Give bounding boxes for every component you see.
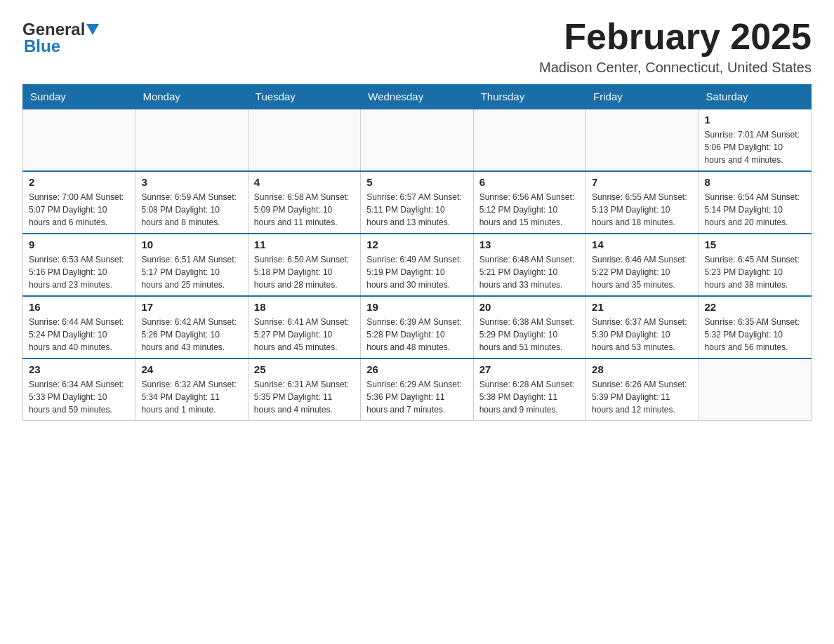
day-info: Sunrise: 6:42 AM Sunset: 5:26 PM Dayligh… (141, 316, 241, 354)
day-cell: 19Sunrise: 6:39 AM Sunset: 5:28 PM Dayli… (361, 296, 473, 358)
day-number: 13 (479, 239, 580, 250)
logo: General Blue (22, 17, 99, 56)
day-number: 26 (366, 363, 467, 375)
day-number: 25 (254, 363, 355, 375)
day-info: Sunrise: 6:28 AM Sunset: 5:38 PM Dayligh… (479, 378, 580, 416)
day-info: Sunrise: 6:35 AM Sunset: 5:32 PM Dayligh… (705, 316, 805, 354)
calendar-header-row: Sunday Monday Tuesday Wednesday Thursday… (23, 85, 812, 109)
day-info: Sunrise: 6:41 AM Sunset: 5:27 PM Dayligh… (254, 316, 355, 354)
day-cell: 13Sunrise: 6:48 AM Sunset: 5:21 PM Dayli… (473, 234, 585, 296)
calendar-location: Madison Center, Connecticut, United Stat… (539, 60, 812, 76)
day-number: 4 (254, 176, 355, 188)
day-cell (699, 358, 811, 421)
day-number: 6 (479, 176, 580, 188)
day-info: Sunrise: 6:45 AM Sunset: 5:23 PM Dayligh… (705, 253, 805, 291)
logo-arrow-icon (86, 24, 99, 36)
day-cell: 26Sunrise: 6:29 AM Sunset: 5:36 PM Dayli… (361, 358, 473, 421)
day-info: Sunrise: 6:55 AM Sunset: 5:13 PM Dayligh… (592, 191, 692, 229)
day-cell: 14Sunrise: 6:46 AM Sunset: 5:22 PM Dayli… (586, 234, 699, 296)
day-info: Sunrise: 6:44 AM Sunset: 5:24 PM Dayligh… (29, 316, 129, 354)
day-number: 11 (254, 239, 355, 250)
day-info: Sunrise: 6:57 AM Sunset: 5:11 PM Dayligh… (366, 191, 467, 229)
day-number: 21 (592, 301, 692, 313)
day-number: 10 (141, 239, 241, 250)
day-number: 1 (705, 114, 805, 126)
logo-blue-text: Blue (24, 36, 60, 56)
day-cell: 11Sunrise: 6:50 AM Sunset: 5:18 PM Dayli… (248, 234, 360, 296)
day-cell: 7Sunrise: 6:55 AM Sunset: 5:13 PM Daylig… (586, 171, 699, 234)
day-cell: 20Sunrise: 6:38 AM Sunset: 5:29 PM Dayli… (473, 296, 585, 358)
day-cell: 12Sunrise: 6:49 AM Sunset: 5:19 PM Dayli… (361, 234, 473, 296)
title-block: February 2025 Madison Center, Connecticu… (539, 17, 812, 76)
day-cell (586, 109, 699, 171)
day-info: Sunrise: 6:56 AM Sunset: 5:12 PM Dayligh… (479, 191, 580, 229)
day-info: Sunrise: 6:46 AM Sunset: 5:22 PM Dayligh… (592, 253, 692, 291)
day-number: 28 (592, 363, 692, 375)
day-info: Sunrise: 6:31 AM Sunset: 5:35 PM Dayligh… (254, 378, 355, 416)
day-cell: 16Sunrise: 6:44 AM Sunset: 5:24 PM Dayli… (23, 296, 135, 358)
day-info: Sunrise: 6:49 AM Sunset: 5:19 PM Dayligh… (366, 253, 467, 291)
day-cell: 5Sunrise: 6:57 AM Sunset: 5:11 PM Daylig… (361, 171, 473, 234)
day-number: 27 (479, 363, 580, 375)
day-cell: 22Sunrise: 6:35 AM Sunset: 5:32 PM Dayli… (699, 296, 811, 358)
day-info: Sunrise: 6:34 AM Sunset: 5:33 PM Dayligh… (29, 378, 129, 416)
col-saturday: Saturday (699, 85, 811, 109)
day-number: 5 (366, 176, 467, 188)
svg-marker-0 (86, 24, 99, 35)
day-info: Sunrise: 6:51 AM Sunset: 5:17 PM Dayligh… (141, 253, 241, 291)
day-info: Sunrise: 6:53 AM Sunset: 5:16 PM Dayligh… (29, 253, 129, 291)
day-cell: 1Sunrise: 7:01 AM Sunset: 5:06 PM Daylig… (699, 109, 811, 171)
day-info: Sunrise: 6:54 AM Sunset: 5:14 PM Dayligh… (705, 191, 805, 229)
day-info: Sunrise: 7:01 AM Sunset: 5:06 PM Dayligh… (705, 128, 805, 166)
day-cell (135, 109, 248, 171)
day-number: 18 (254, 301, 355, 313)
day-cell (473, 109, 585, 171)
day-number: 22 (705, 301, 805, 313)
day-number: 14 (592, 239, 692, 250)
day-cell: 2Sunrise: 7:00 AM Sunset: 5:07 PM Daylig… (23, 171, 135, 234)
day-info: Sunrise: 6:29 AM Sunset: 5:36 PM Dayligh… (366, 378, 467, 416)
week-row-3: 9Sunrise: 6:53 AM Sunset: 5:16 PM Daylig… (23, 234, 812, 296)
day-number: 24 (141, 363, 241, 375)
page-header: General Blue February 2025 Madison Cente… (22, 17, 812, 76)
day-cell: 4Sunrise: 6:58 AM Sunset: 5:09 PM Daylig… (248, 171, 360, 234)
day-cell (23, 109, 135, 171)
day-cell: 8Sunrise: 6:54 AM Sunset: 5:14 PM Daylig… (699, 171, 811, 234)
day-cell: 17Sunrise: 6:42 AM Sunset: 5:26 PM Dayli… (135, 296, 248, 358)
day-number: 23 (29, 363, 129, 375)
col-monday: Monday (135, 85, 248, 109)
day-info: Sunrise: 6:58 AM Sunset: 5:09 PM Dayligh… (254, 191, 355, 229)
day-number: 15 (705, 239, 805, 250)
day-number: 3 (141, 176, 241, 188)
day-cell: 25Sunrise: 6:31 AM Sunset: 5:35 PM Dayli… (248, 358, 360, 421)
day-number: 16 (29, 301, 129, 313)
col-thursday: Thursday (473, 85, 585, 109)
day-cell: 24Sunrise: 6:32 AM Sunset: 5:34 PM Dayli… (135, 358, 248, 421)
day-cell: 27Sunrise: 6:28 AM Sunset: 5:38 PM Dayli… (473, 358, 585, 421)
day-cell (361, 109, 473, 171)
day-cell: 3Sunrise: 6:59 AM Sunset: 5:08 PM Daylig… (135, 171, 248, 234)
day-cell (248, 109, 360, 171)
day-info: Sunrise: 6:50 AM Sunset: 5:18 PM Dayligh… (254, 253, 355, 291)
day-number: 8 (705, 176, 805, 188)
day-info: Sunrise: 6:48 AM Sunset: 5:21 PM Dayligh… (479, 253, 580, 291)
day-number: 17 (141, 301, 241, 313)
day-info: Sunrise: 6:32 AM Sunset: 5:34 PM Dayligh… (141, 378, 241, 416)
day-info: Sunrise: 6:39 AM Sunset: 5:28 PM Dayligh… (366, 316, 467, 354)
day-info: Sunrise: 6:59 AM Sunset: 5:08 PM Dayligh… (141, 191, 241, 229)
col-friday: Friday (586, 85, 699, 109)
day-info: Sunrise: 6:26 AM Sunset: 5:39 PM Dayligh… (592, 378, 692, 416)
day-cell: 21Sunrise: 6:37 AM Sunset: 5:30 PM Dayli… (586, 296, 699, 358)
day-cell: 9Sunrise: 6:53 AM Sunset: 5:16 PM Daylig… (23, 234, 135, 296)
col-tuesday: Tuesday (248, 85, 360, 109)
day-info: Sunrise: 6:38 AM Sunset: 5:29 PM Dayligh… (479, 316, 580, 354)
day-info: Sunrise: 7:00 AM Sunset: 5:07 PM Dayligh… (29, 191, 129, 229)
day-number: 20 (479, 301, 580, 313)
calendar-title: February 2025 (539, 17, 812, 57)
day-number: 19 (366, 301, 467, 313)
day-cell: 28Sunrise: 6:26 AM Sunset: 5:39 PM Dayli… (586, 358, 699, 421)
day-cell: 6Sunrise: 6:56 AM Sunset: 5:12 PM Daylig… (473, 171, 585, 234)
day-cell: 15Sunrise: 6:45 AM Sunset: 5:23 PM Dayli… (699, 234, 811, 296)
day-info: Sunrise: 6:37 AM Sunset: 5:30 PM Dayligh… (592, 316, 692, 354)
week-row-4: 16Sunrise: 6:44 AM Sunset: 5:24 PM Dayli… (23, 296, 812, 358)
